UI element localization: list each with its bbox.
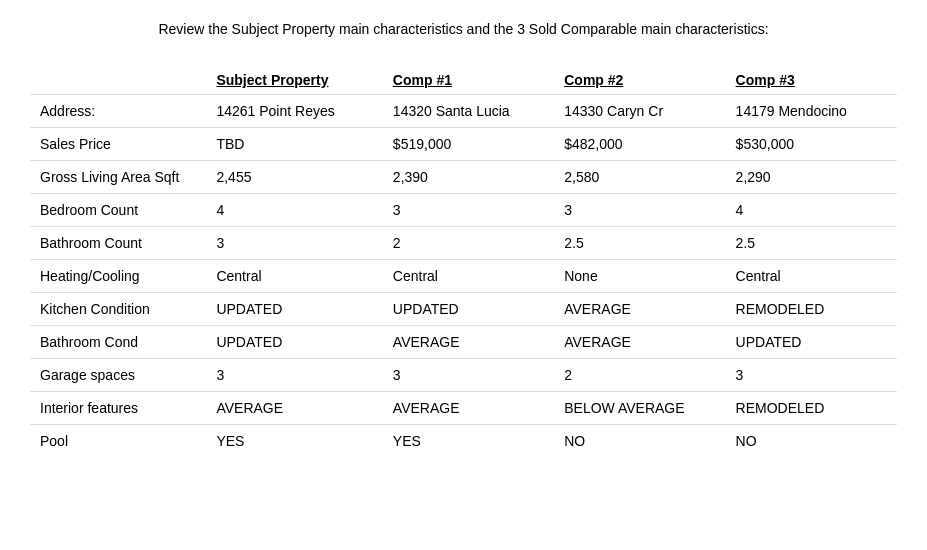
row-label: Sales Price	[30, 127, 206, 160]
cell-comp1: UPDATED	[383, 292, 554, 325]
header-label	[30, 64, 206, 95]
cell-comp2: 3	[554, 193, 725, 226]
cell-subject: 3	[206, 226, 382, 259]
header-comp3: Comp #3	[726, 64, 897, 95]
cell-comp3: REMODELED	[726, 391, 897, 424]
cell-comp2: AVERAGE	[554, 325, 725, 358]
table-row: Address:14261 Point Reyes14320 Santa Luc…	[30, 94, 897, 127]
cell-comp2: NO	[554, 424, 725, 457]
cell-subject: 3	[206, 358, 382, 391]
table-row: Gross Living Area Sqft2,4552,3902,5802,2…	[30, 160, 897, 193]
cell-comp1: AVERAGE	[383, 391, 554, 424]
cell-comp3: 14179 Mendocino	[726, 94, 897, 127]
row-label: Bathroom Count	[30, 226, 206, 259]
cell-comp1: 2	[383, 226, 554, 259]
cell-comp3: 2,290	[726, 160, 897, 193]
cell-subject: UPDATED	[206, 325, 382, 358]
cell-subject: AVERAGE	[206, 391, 382, 424]
table-row: Bathroom CondUPDATEDAVERAGEAVERAGEUPDATE…	[30, 325, 897, 358]
row-label: Kitchen Condition	[30, 292, 206, 325]
page-title: Review the Subject Property main charact…	[30, 20, 897, 40]
row-label: Bedroom Count	[30, 193, 206, 226]
cell-comp3: Central	[726, 259, 897, 292]
cell-comp2: 14330 Caryn Cr	[554, 94, 725, 127]
cell-subject: Central	[206, 259, 382, 292]
header-comp1: Comp #1	[383, 64, 554, 95]
row-label: Gross Living Area Sqft	[30, 160, 206, 193]
cell-comp2: None	[554, 259, 725, 292]
cell-subject: TBD	[206, 127, 382, 160]
cell-comp1: Central	[383, 259, 554, 292]
table-row: Kitchen ConditionUPDATEDUPDATEDAVERAGERE…	[30, 292, 897, 325]
row-label: Interior features	[30, 391, 206, 424]
row-label: Address:	[30, 94, 206, 127]
cell-comp3: 2.5	[726, 226, 897, 259]
table-row: PoolYESYESNONO	[30, 424, 897, 457]
cell-subject: 2,455	[206, 160, 382, 193]
cell-comp3: REMODELED	[726, 292, 897, 325]
cell-subject: 4	[206, 193, 382, 226]
table-row: Bathroom Count322.52.5	[30, 226, 897, 259]
row-label: Heating/Cooling	[30, 259, 206, 292]
row-label: Garage spaces	[30, 358, 206, 391]
cell-comp3: UPDATED	[726, 325, 897, 358]
table-row: Interior featuresAVERAGEAVERAGEBELOW AVE…	[30, 391, 897, 424]
cell-subject: 14261 Point Reyes	[206, 94, 382, 127]
cell-comp3: NO	[726, 424, 897, 457]
cell-subject: UPDATED	[206, 292, 382, 325]
table-row: Garage spaces3323	[30, 358, 897, 391]
cell-comp3: 4	[726, 193, 897, 226]
cell-comp2: 2.5	[554, 226, 725, 259]
row-label: Bathroom Cond	[30, 325, 206, 358]
table-row: Heating/CoolingCentralCentralNoneCentral	[30, 259, 897, 292]
cell-comp1: 3	[383, 358, 554, 391]
comparison-table: Subject Property Comp #1 Comp #2 Comp #3…	[30, 64, 897, 457]
cell-comp2: BELOW AVERAGE	[554, 391, 725, 424]
table-row: Sales PriceTBD$519,000$482,000$530,000	[30, 127, 897, 160]
cell-comp2: 2,580	[554, 160, 725, 193]
cell-comp3: $530,000	[726, 127, 897, 160]
cell-comp1: 3	[383, 193, 554, 226]
cell-comp1: AVERAGE	[383, 325, 554, 358]
cell-comp1: 14320 Santa Lucia	[383, 94, 554, 127]
cell-comp3: 3	[726, 358, 897, 391]
header-comp2: Comp #2	[554, 64, 725, 95]
cell-comp2: 2	[554, 358, 725, 391]
table-row: Bedroom Count4334	[30, 193, 897, 226]
cell-comp1: 2,390	[383, 160, 554, 193]
cell-comp1: YES	[383, 424, 554, 457]
header-subject: Subject Property	[206, 64, 382, 95]
cell-comp2: AVERAGE	[554, 292, 725, 325]
row-label: Pool	[30, 424, 206, 457]
cell-comp2: $482,000	[554, 127, 725, 160]
cell-comp1: $519,000	[383, 127, 554, 160]
cell-subject: YES	[206, 424, 382, 457]
